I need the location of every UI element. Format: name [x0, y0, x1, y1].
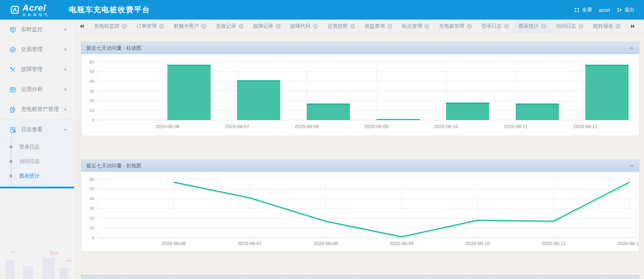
svg-text:2020-08-06: 2020-08-06 — [162, 241, 186, 246]
scroll-tabs-left-icon[interactable] — [74, 24, 89, 29]
tab-close-icon[interactable]: × — [578, 24, 583, 29]
tab-item[interactable]: 收益查询× — [360, 20, 397, 33]
tab-item[interactable]: 站点管理× — [397, 20, 434, 33]
svg-text:2020-08-12: 2020-08-12 — [573, 124, 598, 129]
tab-close-icon[interactable]: × — [238, 24, 244, 29]
tab-close-icon[interactable]: × — [616, 24, 621, 29]
next-panel-header — [81, 275, 639, 279]
content-area: 最近七天访问量 - 柱状图 01020304050602020-08-06202… — [74, 33, 644, 279]
tab-label: 站点管理 — [402, 23, 422, 29]
sidebar-item-fault-mgmt[interactable]: 故障管理 — [0, 60, 74, 79]
svg-text:30: 30 — [90, 89, 94, 94]
tab-bar: 充电站监控×订单管理×射频卡用户×充值记录×故障记录×故障代码×运营趋势×收益查… — [74, 20, 644, 33]
tab-label: 射频卡用户 — [174, 23, 199, 29]
tab-item[interactable]: 访问日志× — [551, 20, 588, 33]
tab-item[interactable]: 射频卡用户× — [169, 20, 211, 33]
sidebar-item-log-view[interactable]: 日志查看 — [0, 120, 74, 140]
tab-item[interactable]: 图表统计× — [514, 20, 551, 33]
tab-label: 充电桩管理 — [439, 23, 464, 29]
tab-close-icon[interactable]: × — [201, 24, 206, 29]
tab-close-icon[interactable]: × — [504, 24, 509, 29]
bar-chart-panel: 最近七天访问量 - 柱状图 01020304050602020-08-06202… — [81, 42, 639, 136]
tab-item[interactable]: 充电站监控× — [89, 20, 132, 33]
page-title: 电瓶车充电桩收费平台 — [69, 5, 150, 15]
tab-label: 充值记录 — [216, 23, 236, 29]
close-operations-menu[interactable]: 关闭操作 — [641, 23, 644, 29]
tab-item[interactable]: 运营趋势× — [323, 20, 360, 33]
sidebar-item-transaction-mgmt[interactable]: 交易管理 — [0, 40, 74, 60]
sidebar-item-operation-analysis[interactable]: 运营分析 — [0, 79, 74, 99]
tab-item[interactable]: 故障代码× — [285, 20, 323, 33]
svg-text:60: 60 — [90, 60, 94, 65]
svg-text:20: 20 — [90, 98, 94, 103]
tab-label: 登录日志 — [481, 23, 502, 29]
chevron-left-icon — [64, 108, 67, 111]
tab-label: 故障记录 — [253, 23, 273, 29]
svg-text:50: 50 — [90, 186, 94, 191]
app-window: Acrel 安科瑞电气 电瓶车充电桩收费平台 全屏 acrel 退出 — [0, 0, 644, 279]
svg-text:20: 20 — [90, 216, 94, 221]
collapse-panel-icon[interactable] — [629, 46, 634, 50]
tab-label: 故障代码 — [290, 23, 310, 29]
sidebar: 实时监控交易管理故障管理运营分析充电桩资产管理日志查看登录日志访问日志图表统计 — [0, 20, 74, 279]
line-chart-panel-title: 最近七天访问量 - 折线图 — [86, 163, 629, 169]
bar-chart-panel-header: 最近七天访问量 - 柱状图 — [81, 42, 639, 54]
bar-chart: 01020304050602020-08-062020-08-072020-08… — [82, 54, 639, 136]
tab-item[interactable]: 故障记录× — [248, 20, 285, 33]
tab-item[interactable]: 订单管理× — [132, 20, 169, 33]
tab-item[interactable]: 充电桩管理× — [434, 20, 477, 33]
svg-text:2020-08-06: 2020-08-06 — [155, 124, 180, 129]
tab-label: 运营趋势 — [327, 23, 348, 29]
sidebar-item-label: 充电桩资产管理 — [21, 106, 64, 113]
tab-close-icon[interactable]: × — [424, 24, 430, 29]
svg-text:2020-08-10: 2020-08-10 — [465, 241, 490, 246]
sidebar-item-chart-stats[interactable]: 图表统计 — [0, 169, 74, 183]
monitor-icon — [9, 26, 16, 33]
svg-text:0: 0 — [92, 235, 94, 240]
tab-close-icon[interactable]: × — [541, 24, 546, 29]
tab-close-icon[interactable]: × — [122, 24, 127, 29]
svg-text:2020-08-12: 2020-08-12 — [617, 241, 639, 246]
collapse-panel-icon[interactable] — [629, 164, 634, 168]
tab-close-icon[interactable]: × — [159, 24, 164, 29]
tab-label: 订单管理 — [136, 23, 157, 29]
sidebar-item-pile-asset-mgmt[interactable]: 充电桩资产管理 — [0, 99, 74, 119]
tab-label: 收益查询 — [365, 23, 385, 29]
svg-text:2020-08-08: 2020-08-08 — [314, 241, 338, 246]
tab-item[interactable]: 能耗报表× — [588, 20, 625, 33]
sidebar-item-login-log[interactable]: 登录日志 — [0, 140, 74, 154]
svg-text:60: 60 — [90, 177, 94, 182]
chevron-left-icon — [64, 28, 67, 31]
sidebar-item-label: 实时监控 — [21, 26, 64, 33]
sidebar-menu: 实时监控交易管理故障管理运营分析充电桩资产管理日志查看登录日志访问日志图表统计 — [0, 20, 74, 188]
tab-close-icon[interactable]: × — [467, 24, 472, 29]
tab-label: 访问日志 — [556, 23, 576, 29]
tab-close-icon[interactable]: × — [350, 24, 355, 29]
tab-label: 充电站监控 — [94, 23, 119, 29]
chevron-down-icon — [64, 128, 67, 132]
accent-divider — [0, 187, 74, 188]
tab-item[interactable]: 登录日志× — [477, 20, 514, 33]
svg-text:2020-08-11: 2020-08-11 — [542, 241, 566, 246]
tab-close-icon[interactable]: × — [387, 24, 392, 29]
svg-text:2020-08-11: 2020-08-11 — [504, 124, 528, 129]
sidebar-item-access-log[interactable]: 访问日志 — [0, 154, 74, 169]
fullscreen-button[interactable]: 全屏 — [574, 7, 592, 13]
top-header: Acrel 安科瑞电气 电瓶车充电桩收费平台 全屏 acrel 退出 — [0, 0, 644, 20]
tab-close-icon[interactable]: × — [276, 24, 281, 29]
sidebar-item-realtime-monitor[interactable]: 实时监控 — [0, 20, 74, 40]
logout-button[interactable]: 退出 — [617, 7, 635, 13]
bullet-dot-icon — [9, 160, 13, 163]
svg-text:50: 50 — [90, 69, 94, 74]
tab-close-icon[interactable]: × — [313, 24, 318, 29]
logout-icon — [617, 7, 622, 13]
username-link[interactable]: acrel — [599, 7, 610, 13]
svg-text:2020-08-08: 2020-08-08 — [295, 124, 319, 129]
fullscreen-label: 全屏 — [582, 7, 592, 13]
sidebar-item-label: 日志查看 — [21, 126, 64, 133]
sidebar-decoration — [0, 248, 74, 279]
logout-label: 退出 — [624, 7, 635, 13]
scroll-tabs-right-icon[interactable] — [625, 24, 641, 29]
svg-text:0: 0 — [92, 118, 94, 123]
tab-item[interactable]: 充值记录× — [211, 20, 248, 33]
